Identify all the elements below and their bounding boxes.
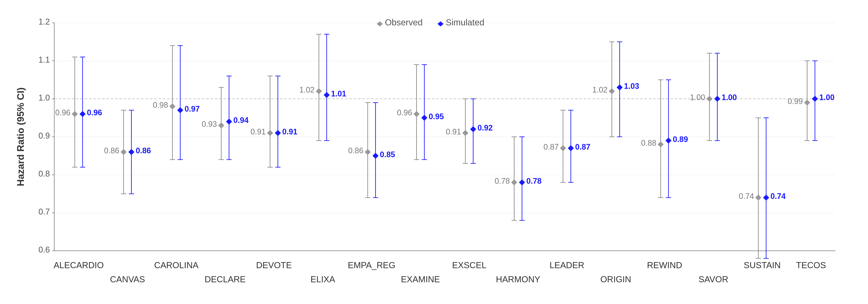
forest-plot-svg: 0.60.70.80.91.01.11.2Hazard Ratio (95% C… — [11, 5, 857, 299]
obs-value-label: 0.86 — [104, 146, 119, 155]
x-label-row2: EXAMINE — [401, 274, 440, 284]
sim-value-label: 0.78 — [526, 177, 541, 185]
obs-value-label: 0.91 — [250, 127, 266, 136]
x-label-row1: TECOS — [796, 260, 826, 270]
obs-value-label: 0.74 — [739, 192, 754, 201]
x-label-row1: EMPA_REG — [348, 260, 395, 270]
sim-value-label: 1.01 — [331, 89, 346, 98]
x-label-row2: ELIXA — [311, 274, 335, 284]
y-tick-label: 0.6 — [38, 245, 50, 254]
sim-value-label: 0.89 — [673, 135, 688, 144]
obs-value-label: 0.87 — [544, 143, 559, 151]
y-tick-label: 1.2 — [38, 17, 50, 26]
legend-observed-label: Observed — [385, 18, 423, 27]
sim-value-label: 1.03 — [624, 82, 639, 91]
x-label-row1: SUSTAIN — [744, 260, 780, 270]
obs-value-label: 1.00 — [690, 93, 705, 102]
obs-value-label: 0.96 — [397, 108, 412, 117]
obs-value-label: 0.78 — [495, 177, 510, 185]
sim-value-label: 0.94 — [234, 116, 249, 125]
obs-value-label: 0.96 — [55, 108, 70, 117]
sim-value-label: 0.92 — [477, 123, 493, 132]
obs-value-label: 0.86 — [348, 146, 363, 155]
sim-value-label: 0.74 — [771, 192, 786, 201]
obs-value-label: 0.88 — [641, 139, 656, 147]
sim-value-label: 0.96 — [87, 108, 102, 117]
sim-value-label: 0.87 — [575, 143, 590, 151]
x-label-row1: DEVOTE — [256, 260, 292, 270]
y-tick-label: 1.0 — [38, 93, 50, 102]
x-label-row2: SAVOR — [699, 274, 728, 284]
sim-value-label: 0.86 — [136, 146, 151, 155]
sim-value-label: 0.95 — [429, 112, 444, 121]
sim-value-label: 0.85 — [380, 150, 395, 159]
obs-value-label: 0.93 — [202, 120, 217, 128]
sim-value-label: 1.00 — [819, 93, 835, 102]
x-label-row2: CANVAS — [110, 274, 145, 284]
x-label-row2: DECLARE — [205, 274, 246, 284]
x-label-row1: CAROLINA — [154, 260, 198, 270]
obs-value-label: 0.99 — [787, 97, 803, 106]
y-tick-label: 0.9 — [38, 131, 50, 140]
x-label-row1: EXSCEL — [452, 260, 487, 270]
y-tick-label: 1.1 — [38, 55, 50, 64]
x-label-row1: LEADER — [550, 260, 584, 270]
obs-value-label: 0.91 — [446, 127, 461, 136]
chart-container: 0.60.70.80.91.01.11.2Hazard Ratio (95% C… — [0, 0, 868, 304]
y-tick-label: 0.8 — [38, 169, 50, 178]
x-label-row1: REWIND — [647, 260, 682, 270]
sim-value-label: 0.97 — [185, 104, 200, 113]
y-axis-label: Hazard Ratio (95% CI) — [15, 88, 26, 186]
sim-value-label: 0.91 — [282, 127, 298, 136]
x-label-row1: ALECARDIO — [54, 260, 104, 270]
y-tick-label: 0.7 — [38, 207, 50, 216]
obs-value-label: 1.02 — [592, 85, 608, 94]
sim-value-label: 1.00 — [722, 93, 737, 102]
obs-value-label: 1.02 — [299, 85, 314, 94]
obs-value-label: 0.98 — [153, 100, 168, 110]
legend-simulated-label: Simulated — [446, 18, 484, 27]
x-label-row2: ORIGIN — [600, 274, 631, 284]
x-label-row2: HARMONY — [496, 274, 540, 284]
